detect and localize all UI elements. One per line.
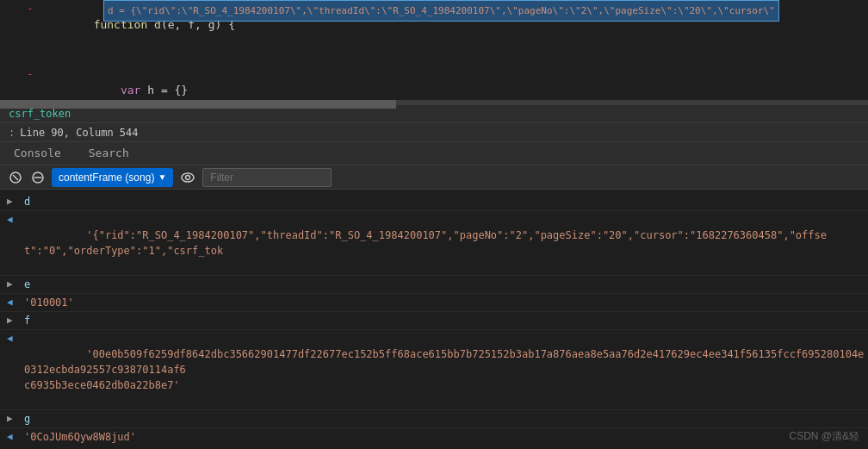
console-line-f-label: ▶ f (0, 312, 868, 330)
console-expand-arrow: ▶ (7, 411, 21, 427)
eye-button[interactable] (178, 168, 197, 187)
code-scrollbar[interactable] (0, 100, 868, 104)
csrf-token-text: csrf_token (9, 108, 71, 120)
console-var-f: f (24, 313, 868, 328)
console-expand-arrow: ▶ (7, 194, 21, 209)
code-line: - function d(e, f, g) { d = {\"rid\":\"R… (0, 0, 868, 65)
console-toolbar: contentFrame (song) ▼ (0, 165, 868, 190)
console-return-arrow: ◀ (7, 331, 21, 346)
code-editor: - function d(e, f, g) { d = {\"rid\":\"R… (0, 0, 868, 100)
position-bar: : Line 90, Column 544 (0, 123, 868, 142)
scrollbar-thumb[interactable] (0, 100, 396, 109)
line-content: function d(e, f, g) { d = {\"rid\":\"R_S… (36, 0, 868, 65)
csdn-watermark: CSDN @清&轻 (789, 429, 859, 444)
console-val-g: '0CoJUm6Qyw8W8jud' (24, 429, 868, 445)
svg-line-1 (13, 175, 18, 180)
line-arrow: - (24, 65, 36, 82)
console-expand-arrow: ▶ (7, 277, 21, 292)
console-return-arrow: ◀ (7, 295, 21, 310)
frame-selector-label: contentFrame (song) (59, 171, 154, 184)
filter-input[interactable] (202, 168, 332, 187)
svg-point-5 (186, 175, 190, 179)
console-output: ▶ d ◀ '{"rid":"R_SO_4_1984200107","threa… (0, 190, 868, 449)
console-line-d-value: ◀ '{"rid":"R_SO_4_1984200107","threadId"… (0, 211, 868, 276)
devtools-panel: - function d(e, f, g) { d = {\"rid\":\"R… (0, 0, 868, 449)
svg-point-4 (182, 173, 194, 182)
tab-console[interactable]: Console (0, 142, 75, 165)
position-text: Line 90, Column 544 (20, 127, 138, 139)
console-val-f: '00e0b509f6259df8642dbc35662901477df2267… (24, 331, 868, 408)
console-var-d: d (24, 194, 868, 209)
console-line-e-value: ◀ '010001' (0, 294, 868, 312)
console-var-g: g (24, 411, 868, 427)
tab-search[interactable]: Search (75, 142, 143, 165)
line-arrow: - (24, 0, 36, 16)
console-line-d-label: ▶ d (0, 193, 868, 211)
console-var-e: e (24, 277, 868, 292)
position-dots: : (9, 127, 15, 139)
block-console-button[interactable] (29, 169, 46, 186)
clear-console-button[interactable] (7, 169, 24, 186)
console-return-arrow: ◀ (7, 429, 21, 445)
console-line-g-value: ◀ '0CoJUm6Qyw8W8jud' (0, 428, 868, 446)
console-line-f-value: ◀ '00e0b509f6259df8642dbc35662901477df22… (0, 330, 868, 410)
console-return-arrow: ◀ (7, 212, 21, 228)
chevron-down-icon: ▼ (158, 172, 166, 182)
bottom-panel: csrf_token : Line 90, Column 544 Console… (0, 104, 868, 449)
console-val-d: '{"rid":"R_SO_4_1984200107","threadId":"… (24, 212, 868, 274)
code-line: - var h = {} h = {} (0, 65, 868, 100)
line-content: var h = {} h = {} (36, 65, 868, 100)
frame-selector-button[interactable]: contentFrame (song) ▼ (52, 168, 173, 187)
console-val-e: '010001' (24, 295, 868, 310)
tabs-bar: Console Search (0, 142, 868, 165)
console-line-e-label: ▶ e (0, 276, 868, 294)
console-line-g-label: ▶ g (0, 410, 868, 428)
console-expand-arrow: ▶ (7, 313, 21, 328)
